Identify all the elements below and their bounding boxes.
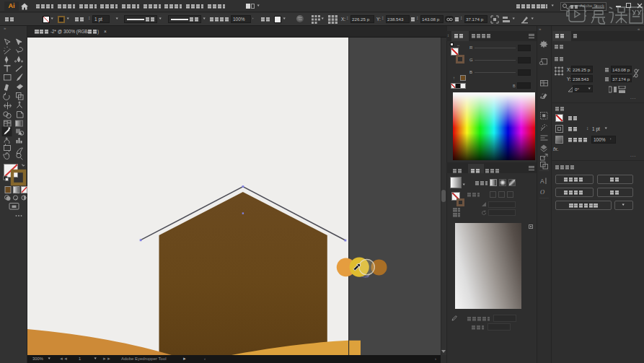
svg-text:O: O: [540, 188, 544, 196]
svg-text:A: A: [540, 178, 544, 185]
